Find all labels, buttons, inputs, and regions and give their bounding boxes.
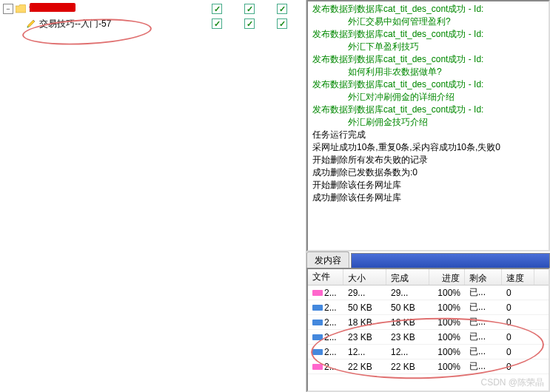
checkbox[interactable]: ✓ [277,4,287,14]
jpg-file-icon [312,333,323,342]
cell-size: 23 KB [343,331,386,344]
grid-header: 文件 大小 完成 进度 剩余 速度 [308,269,549,285]
cell-done: 12... [386,345,429,359]
svg-rect-6 [312,364,323,370]
folder-icon [15,4,27,14]
log-line: 发布数据到数据库cat_tit_des_cont成功 - Id: [312,78,544,91]
cell-remain: 已... [465,329,502,345]
log-line: 发布数据到数据库cat_tit_des_cont成功 - Id: [312,3,544,16]
cell-remain: 已... [465,344,502,359]
png-file-icon [312,288,323,297]
cell-speed: 0 [502,301,534,314]
tree-child-row[interactable]: 交易技巧--入门-57 ✓ ✓ ✓ [3,16,301,31]
file-name: 2... [324,288,337,298]
cell-remain: 已... [465,300,502,315]
cell-progress: 100% [429,316,465,329]
cell-speed: 0 [502,331,534,344]
log-line: 外汇刷佣金技巧介绍 [312,116,544,129]
cell-done: 22 KB [386,360,429,374]
checkbox[interactable]: ✓ [244,4,255,14]
table-row[interactable]: 2...29...29...100%已...0 [308,285,549,300]
cell-remain: 已... [465,285,502,300]
log-line: 发布数据到数据库cat_tit_des_cont成功 - Id: [312,28,544,41]
checkbox[interactable]: ✓ [244,18,255,29]
cell-progress: 100% [429,345,465,359]
col-header-file[interactable]: 文件 [308,269,343,285]
file-name: 2... [324,347,337,357]
tree-child-label: 交易技巧--入门-57 [39,18,111,30]
checkbox[interactable]: ✓ [212,4,222,14]
cell-speed: 0 [502,286,534,300]
file-name: 2... [324,332,337,342]
checkbox[interactable]: ✓ [277,18,287,29]
svg-rect-2 [312,305,323,311]
jpg-file-icon [312,348,323,356]
checkbox[interactable]: ✓ [212,18,222,29]
table-row[interactable]: 2...12...12...100%已...0 [308,345,549,359]
svg-point-0 [27,27,29,28]
jpg-file-icon [312,303,323,312]
file-name: 2... [324,303,337,313]
cell-size: 22 KB [343,360,386,374]
pencil-icon [25,18,37,29]
col-header-remain[interactable]: 剩余 [465,269,502,285]
png-file-icon [312,362,323,371]
log-line: 任务运行完成 [312,129,544,141]
tab-publish-content[interactable]: 发内容 [306,251,349,268]
file-name: 2... [324,317,337,328]
log-line: 发布数据到数据库cat_tit_des_cont成功 - Id: [312,53,544,66]
svg-rect-5 [312,349,323,355]
cell-done: 50 KB [386,301,429,314]
svg-rect-3 [312,320,323,325]
cell-done: 23 KB [386,331,429,344]
col-header-done[interactable]: 完成 [386,269,429,285]
log-line: 采网址成功10条,重复0条,采内容成功10条,失败0 [312,141,544,154]
log-line: 开始删除该任务网址库 [312,179,544,192]
cell-speed: 0 [502,345,534,359]
cell-remain: 已... [465,359,502,374]
cell-size: 50 KB [343,301,386,314]
right-panel: 发布数据到数据库cat_tit_des_cont成功 - Id:外汇交易中如何管… [306,0,550,392]
collapse-icon[interactable]: − [3,4,13,14]
cell-progress: 100% [429,360,465,374]
table-row[interactable]: 2...23 KB23 KB100%已...0 [308,330,549,345]
table-row[interactable]: 2...18 KB18 KB100%已...0 [308,315,549,330]
col-header-progress[interactable]: 进度 [429,269,465,285]
log-line: 成功删除已发数据条数为:0 [312,166,544,179]
log-line: 如何利用非农数据做单? [312,66,544,78]
file-name: 2... [324,362,337,372]
log-output: 发布数据到数据库cat_tit_des_cont成功 - Id:外汇交易中如何管… [306,0,550,251]
tab-bar-progress [351,253,550,268]
cell-size: 18 KB [343,316,386,329]
cell-remain: 已... [465,314,502,330]
table-row[interactable]: 2...50 KB50 KB100%已...0 [308,300,549,315]
cell-size: 29... [343,286,386,300]
log-line: 成功删除该任务网址库 [312,192,544,204]
cell-progress: 100% [429,331,465,344]
cell-size: 12... [343,345,386,359]
log-line: 开始删除所有发布失败的记录 [312,154,544,166]
file-grid: 文件 大小 完成 进度 剩余 速度 2...29...29...100%已...… [306,268,550,392]
cell-progress: 100% [429,286,465,300]
log-line: 发布数据到数据库cat_tit_des_cont成功 - Id: [312,104,544,116]
tree-panel: − f ✓ ✓ ✓ 交易技巧--入门-57 ✓ ✓ ✓ [0,0,303,392]
log-line: 外汇交易中如何管理盈利? [312,16,544,28]
log-line: 外汇下单盈利技巧 [312,41,544,53]
svg-rect-1 [312,290,323,296]
cell-speed: 0 [502,316,534,329]
svg-rect-4 [312,334,323,340]
col-header-size[interactable]: 大小 [343,269,386,285]
cell-progress: 100% [429,301,465,314]
table-row[interactable]: 2...22 KB22 KB100%已...0 [308,359,549,374]
cell-done: 18 KB [386,316,429,329]
cell-speed: 0 [502,360,534,374]
tab-bar: 发内容 [306,251,550,268]
redaction-mark [30,3,76,12]
col-header-speed[interactable]: 速度 [502,269,534,285]
log-line: 外汇对冲刷佣金的详细介绍 [312,91,544,104]
cell-done: 29... [386,286,429,300]
jpg-file-icon [312,318,323,327]
